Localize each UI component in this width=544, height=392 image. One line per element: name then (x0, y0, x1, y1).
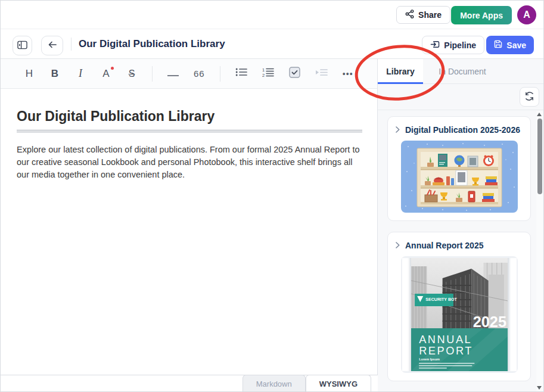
page-edge (508, 258, 517, 371)
more-apps-label: More Apps (460, 11, 503, 20)
chevron-right-icon[interactable] (396, 240, 400, 251)
more-apps-button[interactable]: More Apps (451, 6, 512, 24)
document-heading[interactable]: Our Digital Publication Library (17, 108, 362, 132)
avatar[interactable]: A (517, 5, 536, 24)
divider (71, 38, 72, 51)
svg-text:REPORT: REPORT (419, 345, 473, 357)
svg-text:SECURITY BOT: SECURITY BOT (425, 297, 457, 301)
page-edge (402, 258, 411, 371)
checkbox-checked-icon (289, 67, 300, 81)
indent-button[interactable] (315, 66, 328, 82)
svg-text:1: 1 (262, 67, 265, 73)
library-panel: Library In Document (378, 59, 543, 391)
editor-content[interactable]: Our Digital Publication Library Explore … (1, 89, 377, 375)
library-card-digital-publication[interactable]: Digital Publication 2025-2026 (387, 116, 531, 221)
chevron-right-icon[interactable] (396, 125, 400, 135)
svg-text:Lorem Ipsum: Lorem Ipsum (419, 357, 440, 361)
markdown-mode-tab[interactable]: Markdown (243, 375, 306, 392)
document-paragraph[interactable]: Explore our latest collection of digital… (17, 144, 361, 181)
card-title: Digital Publication 2025-2026 (405, 125, 520, 135)
editor-mode-bar: Markdown WYSIWYG (1, 375, 378, 391)
italic-button[interactable]: I (75, 66, 86, 82)
blockquote-button[interactable]: 66 (194, 66, 205, 82)
save-button[interactable]: Save (486, 36, 534, 54)
annual-report-cover: SECURITY BOT 2025 ANNUAL REPORT Lorem Ip… (411, 258, 508, 371)
refresh-icon (524, 91, 534, 103)
svg-text:2: 2 (262, 73, 265, 77)
task-list-button[interactable] (289, 66, 300, 82)
divider (220, 66, 220, 82)
library-card-list: Digital Publication 2025-2026 (378, 110, 543, 391)
arrow-left-icon (48, 41, 57, 51)
bullet-list-button[interactable] (235, 66, 247, 82)
card-title: Annual Report 2025 (405, 241, 483, 250)
scroll-down-arrow-icon[interactable] (537, 386, 542, 390)
heading-button[interactable]: H (24, 66, 35, 82)
top-bar: Share More Apps A (1, 1, 543, 29)
bullet-list-icon (235, 67, 247, 80)
horizontal-rule-icon (167, 68, 179, 80)
panel-left-icon (17, 41, 27, 51)
avatar-initial: A (523, 10, 530, 20)
numbered-list-icon: 1 2 (262, 67, 274, 80)
svg-text:2025: 2025 (472, 313, 506, 330)
formatting-toolbar: H B I A S 66 (1, 59, 377, 89)
divider (152, 66, 153, 82)
horizontal-rule-button[interactable] (167, 66, 179, 82)
share-label: Share (418, 10, 442, 20)
share-icon (405, 10, 414, 20)
app-window: Share More Apps A (0, 0, 544, 392)
bookshelf-thumbnail[interactable] (401, 141, 518, 213)
document-title: Our Digital Publication Library (79, 29, 225, 59)
wysiwyg-mode-tab[interactable]: WYSIWYG (306, 375, 371, 392)
save-icon (494, 40, 502, 50)
panel-sub-bar (378, 84, 543, 110)
annual-report-thumbnail[interactable]: SECURITY BOT 2025 ANNUAL REPORT Lorem Ip… (401, 256, 518, 373)
scroll-up-arrow-icon[interactable] (537, 113, 542, 116)
library-card-annual-report[interactable]: Annual Report 2025 (387, 232, 531, 381)
pipeline-button[interactable]: Pipeline (422, 36, 484, 54)
back-button[interactable] (41, 36, 63, 55)
save-label: Save (506, 41, 526, 50)
bold-button[interactable]: B (49, 66, 60, 82)
pipeline-label: Pipeline (444, 41, 476, 50)
document-bar: Our Digital Publication Library Pipeline… (1, 29, 543, 59)
svg-text:ANNUAL: ANNUAL (419, 334, 472, 346)
red-dot-icon (111, 67, 114, 70)
more-tools-button[interactable]: ••• (343, 66, 353, 82)
panel-tab-bar: Library In Document (378, 59, 543, 84)
indent-icon (315, 68, 328, 80)
card-header[interactable]: Annual Report 2025 (388, 232, 530, 256)
scrollbar-thumb[interactable] (537, 119, 542, 194)
tab-library[interactable]: Library (378, 59, 423, 84)
bookshelf-illustration (401, 141, 518, 213)
pipeline-icon (430, 40, 440, 51)
refresh-button[interactable] (520, 87, 539, 107)
numbered-list-button[interactable]: 1 2 (262, 66, 274, 82)
tab-in-document[interactable]: In Document (423, 59, 502, 84)
share-button[interactable]: Share (396, 6, 450, 24)
panel-scrollbar[interactable] (536, 111, 543, 391)
font-color-button[interactable]: A (101, 66, 111, 82)
card-header[interactable]: Digital Publication 2025-2026 (388, 117, 530, 141)
sidebar-toggle-button[interactable] (13, 36, 32, 55)
strikethrough-button[interactable]: S (126, 66, 137, 82)
editor-column: H B I A S 66 (1, 59, 378, 391)
